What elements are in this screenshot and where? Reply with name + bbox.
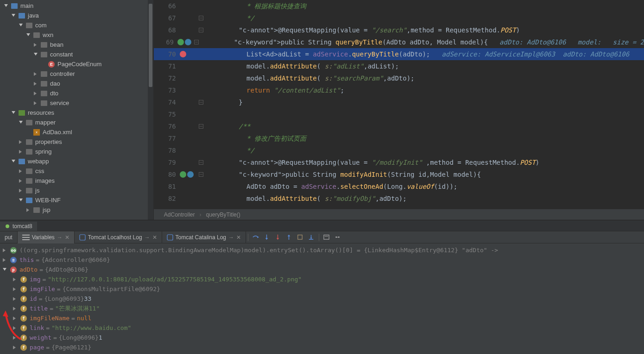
breadcrumb-class[interactable]: AdController [164, 211, 195, 218]
code-line[interactable]: 78 */ [154, 144, 644, 156]
code-line[interactable]: 68 "c-annot">@RequestMapping(value = "/s… [154, 24, 644, 36]
svg-marker-40 [288, 235, 290, 236]
tree-item-mapper[interactable]: mapper [0, 118, 153, 127]
tree-item-images[interactable]: images [0, 176, 153, 186]
tree-item-service[interactable]: service [0, 98, 153, 108]
tree-item-bean[interactable]: bean [0, 40, 153, 50]
force-step-into-icon[interactable] [273, 232, 283, 242]
folder-icon [33, 207, 40, 213]
var-ref-label: {CommonsMultipartFile@6092} [63, 286, 160, 292]
folder-icon [19, 159, 25, 164]
field-badge-icon: f [20, 344, 27, 351]
run-to-cursor-icon[interactable] [306, 232, 316, 242]
code-line[interactable]: 73 return "/content/adList"; [154, 84, 644, 96]
code-area[interactable]: 66 * 根据标题快捷查询67 */68 "c-annot">@RequestM… [154, 0, 644, 209]
breakpoint-icon[interactable] [180, 51, 186, 57]
code-line[interactable]: 69 "c-keyword">public String queryByTitl… [154, 36, 644, 48]
tree-label: webapp [28, 158, 49, 165]
step-out-icon[interactable] [284, 232, 294, 242]
folder-icon [26, 139, 32, 145]
code-line[interactable]: 74 } [154, 96, 644, 108]
override-gutter-icon[interactable] [187, 171, 194, 178]
tree-item-js[interactable]: js [0, 186, 153, 195]
svg-marker-48 [3, 248, 6, 252]
tree-item-constant[interactable]: constant [0, 50, 153, 59]
code-line[interactable]: 70 List<Ad>adList = adService.queryByTit… [154, 48, 644, 60]
tree-item-resources[interactable]: resources [0, 108, 153, 118]
code-line[interactable]: 66 * 根据标题快捷查询 [154, 0, 644, 12]
var-field-row[interactable]: fweight = {Long@6096} 1 [3, 333, 644, 342]
debug-tab-variables[interactable]: Variables → ✕ [18, 231, 75, 243]
code-line[interactable]: 81 AdDto adDto = adService.selectOneAd(L… [154, 180, 644, 193]
var-this-row[interactable]: ≡ this = {Adcontroller@6060} [3, 255, 644, 265]
tree-item-dao[interactable]: dao [0, 79, 153, 88]
debug-tab-tomcat-catalina[interactable]: Tomcat Catalina Log → ✕ [162, 231, 246, 243]
var-ref-label: {Adcontroller@6060} [41, 256, 110, 263]
evaluate-expression-icon[interactable] [322, 232, 332, 242]
sidebar-scrollbar[interactable] [148, 0, 153, 220]
project-tree-panel[interactable]: main java com wxn [0, 0, 154, 220]
breadcrumb-bar[interactable]: AdController › queryByTitle() [154, 209, 644, 220]
package-icon [33, 32, 40, 38]
code-line[interactable]: 80 "c-keyword">public String modifyAdIni… [154, 168, 644, 180]
var-field-row[interactable]: flink = "http://www.baidu.com" [3, 323, 644, 333]
code-line[interactable]: 79 "c-annot">@RequestMapping(value = "/m… [154, 156, 644, 168]
debug-run-tab-tomcat[interactable]: tomcat8 [0, 222, 37, 231]
code-line[interactable]: 75 [154, 108, 644, 120]
variables-tree[interactable]: oo ((org.springframework.validation.supp… [0, 243, 644, 354]
tree-item-dto[interactable]: dto [0, 88, 153, 98]
code-line[interactable]: 77 * 修改广告初试页面 [154, 132, 644, 144]
code-line[interactable]: 76 /** [154, 120, 644, 132]
var-field-row[interactable]: fpage = {Page@6121} [3, 342, 644, 352]
tree-item-spring[interactable]: spring [0, 147, 153, 156]
var-field-row[interactable]: fimgFile = {CommonsMultipartFile@6092} [3, 284, 644, 294]
run-gutter-icon[interactable] [180, 171, 186, 178]
run-gutter-icon[interactable] [177, 39, 184, 45]
tree-item-webinf[interactable]: WEB-INF [0, 195, 153, 205]
trace-icon[interactable] [333, 232, 343, 242]
tree-item-pagecodeenum[interactable]: E PageCodeEnum [0, 59, 153, 69]
close-icon[interactable]: ✕ [152, 234, 157, 241]
var-addto-row[interactable]: p adDto = {AdDto@6106} [3, 265, 644, 274]
tree-item-wxn[interactable]: wxn [0, 30, 153, 40]
tree-item-css[interactable]: css [0, 166, 153, 176]
code-line[interactable]: 67 */ [154, 12, 644, 24]
tree-item-webapp[interactable]: webapp [0, 156, 153, 166]
var-ref-label: {Page@6121} [51, 344, 91, 351]
tree-item-com[interactable]: com [0, 20, 153, 30]
step-over-icon[interactable] [251, 232, 261, 242]
tree-label: properties [35, 138, 62, 145]
override-gutter-icon[interactable] [185, 39, 191, 45]
watch-expression-row[interactable]: oo ((org.springframework.validation.supp… [3, 245, 644, 255]
breadcrumb-method[interactable]: queryByTitle() [206, 211, 240, 218]
code-line[interactable]: 72 model.addAttribute( s:"searchParam",a… [154, 72, 644, 84]
debug-tab-output[interactable]: put [0, 231, 18, 243]
var-field-row[interactable]: fimg = "http://127.0.0.1:8081/upload/ad/… [3, 274, 644, 284]
debug-run-tabbar[interactable]: tomcat8 [0, 220, 644, 231]
tree-item-addao-xml[interactable]: x AdDao.xml [0, 127, 153, 137]
tree-item-main[interactable]: main [0, 1, 153, 11]
tree-item-java[interactable]: java [0, 11, 153, 20]
drop-frame-icon[interactable] [295, 232, 305, 242]
field-badge-icon: f [20, 305, 27, 312]
tree-label: spring [35, 148, 51, 155]
tree-item-controller[interactable]: controller [0, 69, 153, 79]
var-field-row[interactable]: fimgFileName = null [3, 313, 644, 323]
var-field-row[interactable]: fid = {Long@6093} 33 [3, 294, 644, 304]
tree-item-properties[interactable]: properties [0, 137, 153, 147]
project-tree[interactable]: main java com wxn [0, 0, 153, 216]
field-badge-icon: f [20, 325, 27, 331]
code-line[interactable]: 71 model.addAttribute( s:"adList",adList… [154, 60, 644, 72]
debug-toolbar[interactable]: put Variables → ✕ Tomcat Localhost Log →… [0, 231, 644, 243]
code-line[interactable]: 82 model.addAttribute( s:"modifyObj",adD… [154, 193, 644, 205]
var-ref-label: {Long@6093} [44, 295, 84, 302]
tree-label: js [35, 187, 39, 194]
svg-marker-52 [13, 287, 16, 291]
close-icon[interactable]: ✕ [65, 234, 69, 241]
var-field-row[interactable]: ftitle = "芒果冰淇淋11" [3, 304, 644, 313]
debug-tab-tomcat-localhost[interactable]: Tomcat Localhost Log → ✕ [75, 231, 162, 243]
package-icon [26, 23, 32, 28]
close-icon[interactable]: ✕ [236, 234, 241, 241]
tree-item-jsp[interactable]: jsp [0, 205, 153, 215]
step-into-icon[interactable] [262, 232, 272, 242]
